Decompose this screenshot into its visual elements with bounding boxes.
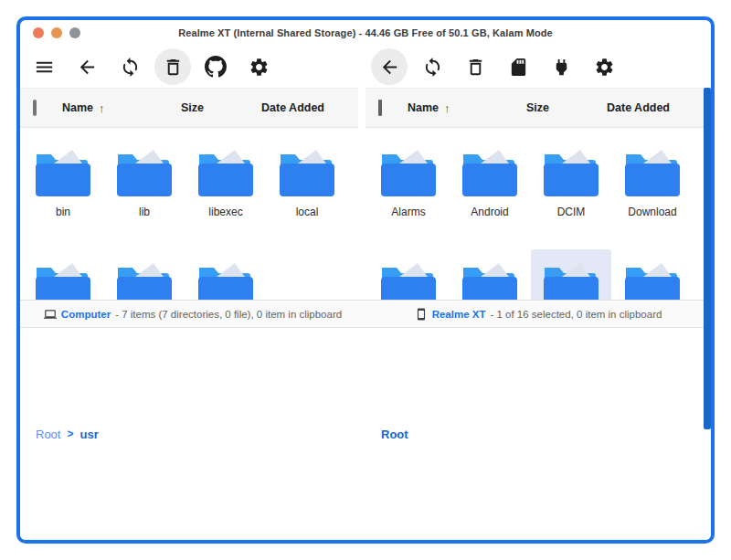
folder-icon [459,147,521,198]
sort-ascending-icon: ↑ [444,101,450,115]
file-item[interactable]: local [267,136,347,248]
local-delete-button[interactable] [154,48,191,85]
sort-ascending-icon: ↑ [99,101,105,115]
file-name: libexec [208,206,242,218]
folder-icon [276,147,338,198]
file-item[interactable]: sbin [23,249,103,300]
delete-icon [163,57,184,78]
folder-icon [377,147,440,198]
folder-icon [195,260,257,300]
app-window: Realme XT (Internal Shared Storage) - 44… [16,16,715,544]
file-item[interactable]: lib [104,136,185,248]
power-plug-icon [551,57,572,78]
breadcrumb-item[interactable]: Root [36,428,60,441]
breadcrumb-bar: Root > usr Root [20,327,711,540]
folder-icon [540,147,602,198]
local-pane: Name ↑ Size Date Added [20,88,358,300]
local-status: Computer - 7 items (7 directories, 0 fil… [20,308,366,321]
folder-icon [621,147,683,198]
device-toolbar [366,48,711,85]
window-controls [33,27,80,38]
local-sort-by-date[interactable]: Date Added [261,101,358,114]
local-settings-button[interactable] [240,48,277,85]
folder-icon [113,147,175,198]
device-sort-by-date[interactable]: Date Added [607,101,711,114]
file-item[interactable]: Notifications [612,249,693,300]
device-sort-by-name[interactable]: Name ↑ [408,101,526,115]
minimize-window-button[interactable] [51,27,62,38]
disconnect-device-button[interactable] [543,48,579,85]
local-file-grid: bin lib [20,128,358,300]
file-name: Android [471,206,508,218]
device-pane: Name ↑ Size Date Added [366,88,711,300]
file-name: bin [56,206,70,218]
window-title: Realme XT (Internal Shared Storage) - 44… [178,27,553,38]
file-item[interactable]: Movies [368,249,449,300]
folder-icon [377,260,440,300]
file-item[interactable]: standalone [185,249,266,300]
device-refresh-button[interactable] [414,48,450,85]
refresh-icon [120,57,141,78]
device-status: Realme XT - 1 of 16 selected, 0 item in … [366,308,711,321]
refresh-icon [422,57,443,78]
device-sort-by-size[interactable]: Size [526,101,607,114]
file-item[interactable]: Music [531,249,611,300]
name-column-label: Name [408,101,439,114]
folder-icon [32,147,94,198]
device-settings-button[interactable] [586,48,622,85]
local-sort-by-size[interactable]: Size [181,101,261,114]
device-pane-scrollbar[interactable] [704,88,711,429]
folder-icon [32,260,94,300]
file-item[interactable]: share [104,249,185,300]
settings-icon [594,57,615,78]
menu-icon [34,57,55,78]
file-item[interactable]: libexec [185,136,266,248]
menu-button[interactable] [26,48,62,85]
file-panes: Name ↑ Size Date Added [20,88,711,300]
delete-icon [465,57,486,78]
arrow-back-icon [379,57,400,78]
device-back-button[interactable] [371,48,408,85]
file-item[interactable]: mtp-test-files [450,249,530,300]
local-refresh-button[interactable] [111,48,148,85]
local-select-all-checkbox[interactable] [33,100,37,116]
file-item[interactable]: Alarms [368,136,449,248]
close-window-button[interactable] [33,27,44,38]
folder-icon [621,260,683,300]
local-device-link[interactable]: Computer [61,309,111,320]
file-item[interactable]: Android [450,136,530,248]
local-back-button[interactable] [69,48,105,85]
folder-icon [113,260,175,300]
device-select-all-checkbox[interactable] [378,100,382,116]
maximize-window-button[interactable] [69,27,80,38]
device-column-header: Name ↑ Size Date Added [366,88,711,128]
folder-icon [540,260,602,300]
file-item[interactable]: bin [23,136,103,248]
local-status-text: - 7 items (7 directories, 0 file), 0 ite… [115,309,342,320]
device-breadcrumb: Root [366,428,711,441]
device-delete-button[interactable] [457,48,493,85]
name-column-label: Name [62,101,93,114]
computer-icon [44,308,57,321]
device-status-text: - 1 of 16 selected, 0 item in clipboard [490,309,662,320]
local-breadcrumb: Root > usr [20,428,366,441]
sd-card-icon [508,57,529,78]
arrow-back-icon [77,57,98,78]
settings-icon [249,57,270,78]
breadcrumb-separator: > [67,428,73,440]
storage-select-button[interactable] [500,48,536,85]
local-column-header: Name ↑ Size Date Added [20,88,358,128]
smartphone-icon [415,308,428,321]
status-bar: Computer - 7 items (7 directories, 0 fil… [20,300,711,327]
file-item[interactable]: DCIM [531,136,611,248]
breadcrumb-item[interactable]: > usr [67,428,98,441]
device-file-grid: Alarms Android [366,128,711,300]
local-sort-by-name[interactable]: Name ↑ [62,101,181,115]
file-item[interactable]: Download [612,136,693,248]
github-button[interactable] [197,48,234,85]
device-link[interactable]: Realme XT [432,309,486,320]
folder-icon [459,260,521,300]
breadcrumb-item[interactable]: Root [381,428,408,441]
toolbar-row [20,46,711,88]
title-bar: Realme XT (Internal Shared Storage) - 44… [20,20,711,46]
